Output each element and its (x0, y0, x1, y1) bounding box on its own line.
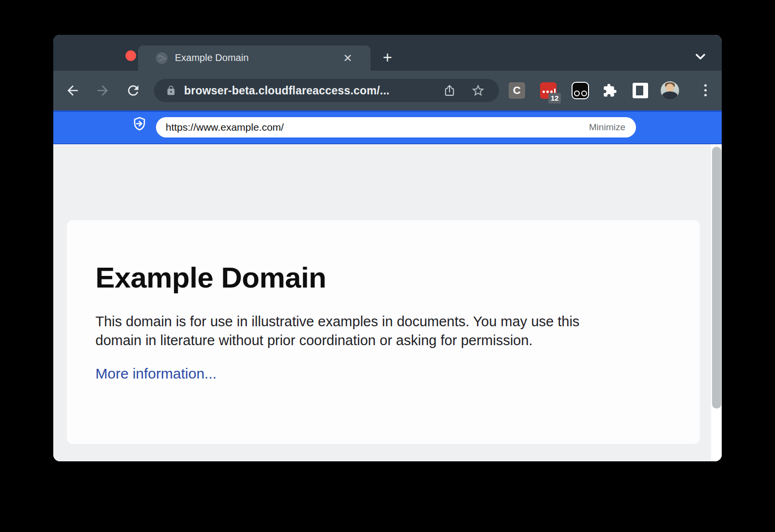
chrome-menu-icon[interactable] (698, 82, 712, 99)
bookmark-star-icon[interactable] (471, 83, 485, 98)
page-viewport: Example Domain This domain is for use in… (53, 144, 722, 461)
forward-icon[interactable] (95, 83, 110, 98)
password-dots-icon (542, 89, 556, 93)
back-icon[interactable] (65, 83, 80, 98)
avatar-shoulders (662, 91, 678, 100)
browser-window: Example Domain ✕ + (53, 35, 722, 461)
address-bar[interactable]: browser-beta.cloudflareaccess.com/... (154, 79, 499, 102)
side-panel-inner (636, 86, 643, 95)
new-tab-button[interactable]: + (379, 49, 396, 67)
extension-c-icon[interactable]: C (509, 82, 525, 99)
shield-arrow-icon (132, 116, 147, 132)
extension-password-manager-icon[interactable]: 12 (540, 82, 557, 99)
paragraph-line-2: domain in literature without prior coord… (95, 331, 671, 350)
side-panel-icon[interactable] (633, 83, 648, 98)
share-icon[interactable] (443, 84, 456, 97)
macos-close-button[interactable] (125, 50, 136, 61)
scrollbar-thumb[interactable] (712, 147, 721, 409)
lock-icon[interactable] (166, 85, 176, 96)
profile-avatar[interactable] (661, 81, 679, 100)
page-paragraph: This domain is for use in illustrative e… (95, 312, 671, 350)
window-titlebar: Example Domain ✕ + (53, 35, 722, 71)
isolation-bar: https://www.example.com/ Minimize (53, 110, 722, 144)
reload-icon[interactable] (125, 83, 141, 98)
tab-close-icon[interactable]: ✕ (341, 51, 355, 65)
globe-favicon-icon (155, 52, 168, 64)
isolation-url-text: https://www.example.com/ (166, 122, 284, 133)
browser-tab[interactable]: Example Domain ✕ (138, 46, 371, 71)
address-url: browser-beta.cloudflareaccess.com/... (184, 84, 389, 97)
chevron-down-icon[interactable] (694, 52, 707, 62)
example-domain-card: Example Domain This domain is for use in… (67, 220, 700, 444)
browser-toolbar: browser-beta.cloudflareaccess.com/... C (53, 71, 722, 110)
desktop-background: Example Domain ✕ + (0, 0, 775, 532)
paragraph-line-1: This domain is for use in illustrative e… (95, 312, 671, 331)
more-information-link[interactable]: More information... (95, 365, 217, 382)
lens-right-icon (581, 91, 587, 96)
minimize-button[interactable]: Minimize (589, 122, 625, 133)
lens-left-icon (574, 91, 580, 96)
extension-count-badge: 12 (548, 93, 561, 104)
avatar-face (666, 84, 674, 92)
scrollbar-track[interactable] (711, 144, 722, 461)
extension-camera-icon[interactable] (572, 82, 589, 99)
extensions-puzzle-icon[interactable] (603, 83, 617, 98)
tab-title: Example Domain (175, 52, 248, 63)
isolation-url-input[interactable]: https://www.example.com/ Minimize (156, 117, 636, 137)
page-title: Example Domain (95, 262, 671, 294)
